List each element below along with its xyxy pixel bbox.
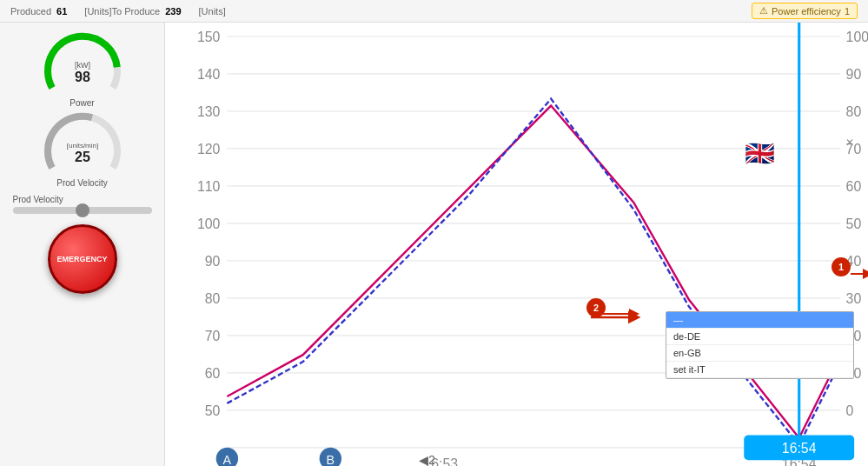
velocity-gauge-svg: [units/min] 25 bbox=[39, 111, 126, 176]
locale-option-en[interactable]: en-GB bbox=[666, 345, 853, 362]
svg-text:90: 90 bbox=[205, 254, 221, 269]
velocity-gauge-label: Prod Velocity bbox=[56, 178, 107, 188]
svg-rect-4 bbox=[165, 52, 651, 466]
chart-svg: 150 140 130 120 110 100 90 80 70 60 50 bbox=[165, 52, 651, 466]
velocity-slider-area: Prod Velocity bbox=[24, 195, 152, 214]
emergency-button[interactable]: EMERGENCY bbox=[48, 224, 117, 294]
flag-icon: 🇬🇧 bbox=[745, 139, 775, 168]
velocity-slider-thumb[interactable] bbox=[76, 203, 89, 217]
chart-svg-wrapper: 150 140 130 120 110 100 90 80 70 60 50 bbox=[165, 52, 651, 466]
svg-text:[units/min]: [units/min] bbox=[66, 142, 97, 150]
locale-option-de[interactable]: de-DE bbox=[666, 329, 853, 345]
velocity-slider-label: Prod Velocity bbox=[24, 195, 152, 204]
svg-text:B: B bbox=[327, 453, 335, 466]
svg-text:60: 60 bbox=[205, 366, 221, 381]
icon-preview-area: 🇬🇧 ✕ bbox=[659, 135, 861, 171]
chart-area: 150 140 130 120 110 100 90 80 70 60 50 bbox=[165, 52, 651, 466]
svg-text:130: 130 bbox=[197, 104, 221, 119]
power-gauge-label: Power bbox=[70, 98, 94, 108]
hmi-panel: Produced 61 [Units]To Produce 239 [Units… bbox=[24, 52, 651, 466]
svg-text:140: 140 bbox=[197, 67, 221, 82]
locale-option-dash[interactable]: — bbox=[666, 312, 853, 329]
svg-text:100: 100 bbox=[197, 216, 221, 231]
locale-dropdown[interactable]: — de-DE en-GB set it-IT bbox=[666, 311, 854, 379]
locale-option-it[interactable]: set it-IT bbox=[666, 362, 853, 378]
power-gauge-svg: [kW] 98 bbox=[39, 52, 126, 97]
svg-text:[kW]: [kW] bbox=[75, 61, 90, 70]
svg-text:◀2: ◀2 bbox=[419, 453, 435, 466]
svg-text:120: 120 bbox=[197, 142, 221, 156]
hmi-main: [kW] 98 Power [units/min] 25 Pr bbox=[24, 52, 651, 466]
icon-remove-button[interactable]: ✕ bbox=[845, 136, 854, 149]
canvas-area: Machine Alarms Recipes Produced 61 [Unit… bbox=[24, 52, 651, 466]
velocity-slider-track[interactable] bbox=[24, 207, 152, 214]
velocity-gauge: [units/min] 25 Prod Velocity bbox=[39, 111, 126, 188]
svg-text:25: 25 bbox=[75, 150, 90, 164]
gauges-panel: [kW] 98 Power [units/min] 25 Pr bbox=[24, 52, 165, 466]
svg-text:A: A bbox=[223, 453, 232, 466]
svg-text:98: 98 bbox=[75, 70, 90, 84]
flag-preview: 🇬🇧 bbox=[739, 138, 782, 168]
svg-text:50: 50 bbox=[205, 403, 221, 418]
svg-text:110: 110 bbox=[197, 179, 221, 194]
svg-text:70: 70 bbox=[205, 329, 221, 343]
power-gauge: [kW] 98 Power bbox=[39, 52, 126, 108]
main-area: ⌂ 📄 ↖ ⬚ ⊞ ⚠ 👤 ⚙ ◀ ▶ Machine Alarms Recip… bbox=[0, 52, 868, 466]
svg-text:80: 80 bbox=[205, 291, 221, 306]
